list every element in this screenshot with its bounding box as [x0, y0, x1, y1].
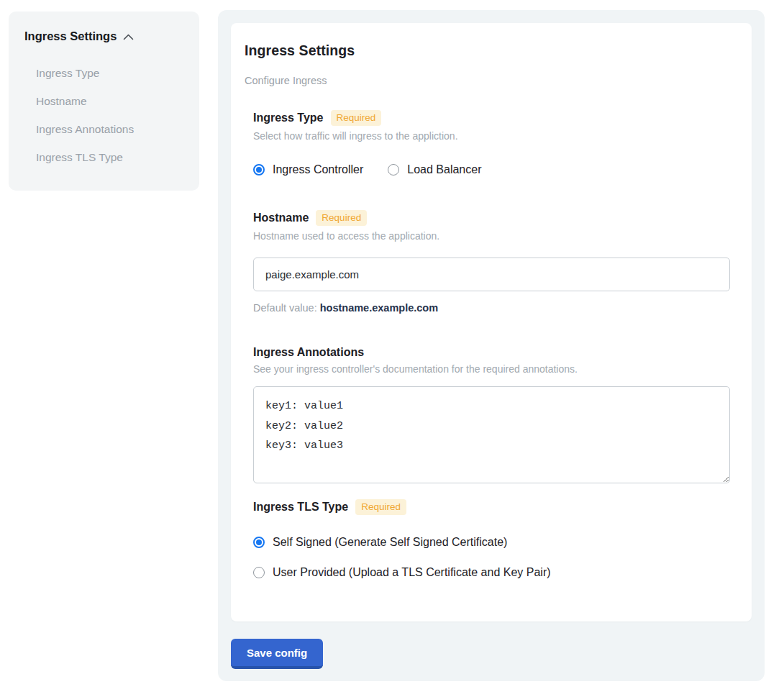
- default-value-text: hostname.example.com: [320, 302, 438, 314]
- save-config-button[interactable]: Save config: [231, 639, 323, 669]
- radio-load-balancer-icon[interactable]: [388, 164, 399, 176]
- ingress-settings-card: Ingress Settings Configure Ingress Ingre…: [231, 23, 752, 621]
- radio-label-ingress-controller: Ingress Controller: [273, 163, 363, 176]
- radio-label-self-signed: Self Signed (Generate Self Signed Certif…: [273, 536, 507, 549]
- sidebar-title: Ingress Settings: [24, 29, 117, 43]
- sidebar-item-hostname[interactable]: Hostname: [24, 87, 183, 115]
- radio-user-provided-icon[interactable]: [253, 567, 265, 578]
- section-ingress-tls-type: Ingress TLS Type Required Self Signed (G…: [253, 499, 730, 579]
- hostname-description: Hostname used to access the application.: [253, 230, 730, 242]
- radio-ingress-controller-icon[interactable]: [253, 164, 265, 176]
- ingress-type-description: Select how traffic will ingress to the a…: [253, 130, 730, 142]
- sidebar-item-ingress-type[interactable]: Ingress Type: [24, 59, 183, 87]
- required-badge: Required: [355, 499, 406, 515]
- required-badge: Required: [316, 210, 367, 226]
- section-ingress-type: Ingress Type Required Select how traffic…: [253, 110, 730, 176]
- radio-self-signed-icon[interactable]: [253, 537, 265, 548]
- page-title: Ingress Settings: [245, 42, 730, 59]
- radio-option-ingress-controller[interactable]: Ingress Controller: [253, 163, 363, 176]
- radio-label-load-balancer: Load Balancer: [407, 163, 481, 176]
- sidebar-section-toggle[interactable]: Ingress Settings: [24, 29, 183, 43]
- hostname-default-value: Default value: hostname.example.com: [253, 302, 730, 314]
- sidebar-nav: Ingress Type Hostname Ingress Annotation…: [24, 59, 183, 171]
- page-subtitle: Configure Ingress: [245, 75, 730, 86]
- sidebar-item-ingress-tls-type[interactable]: Ingress TLS Type: [24, 143, 183, 171]
- radio-option-load-balancer[interactable]: Load Balancer: [388, 163, 481, 176]
- radio-option-user-provided[interactable]: User Provided (Upload a TLS Certificate …: [253, 566, 730, 579]
- radio-label-user-provided: User Provided (Upload a TLS Certificate …: [273, 566, 551, 579]
- settings-sidebar: Ingress Settings Ingress Type Hostname I…: [9, 12, 199, 191]
- hostname-input[interactable]: [253, 258, 730, 291]
- ingress-tls-type-label: Ingress TLS Type: [253, 501, 348, 514]
- chevron-up-icon: [123, 34, 134, 40]
- settings-panel: Ingress Settings Configure Ingress Ingre…: [218, 10, 765, 681]
- hostname-label: Hostname: [253, 211, 309, 224]
- ingress-annotations-textarea[interactable]: key1: value1 key2: value2 key3: value3: [253, 386, 730, 483]
- section-ingress-annotations: Ingress Annotations See your ingress con…: [253, 346, 730, 483]
- ingress-annotations-label: Ingress Annotations: [253, 346, 364, 359]
- radio-option-self-signed[interactable]: Self Signed (Generate Self Signed Certif…: [253, 536, 730, 549]
- required-badge: Required: [331, 110, 382, 126]
- ingress-annotations-description: See your ingress controller's documentat…: [253, 363, 730, 375]
- default-value-label: Default value:: [253, 302, 317, 314]
- ingress-type-label: Ingress Type: [253, 111, 324, 124]
- section-hostname: Hostname Required Hostname used to acces…: [253, 210, 730, 314]
- ingress-type-radio-group: Ingress Controller Load Balancer: [253, 163, 730, 176]
- sidebar-item-ingress-annotations[interactable]: Ingress Annotations: [24, 115, 183, 143]
